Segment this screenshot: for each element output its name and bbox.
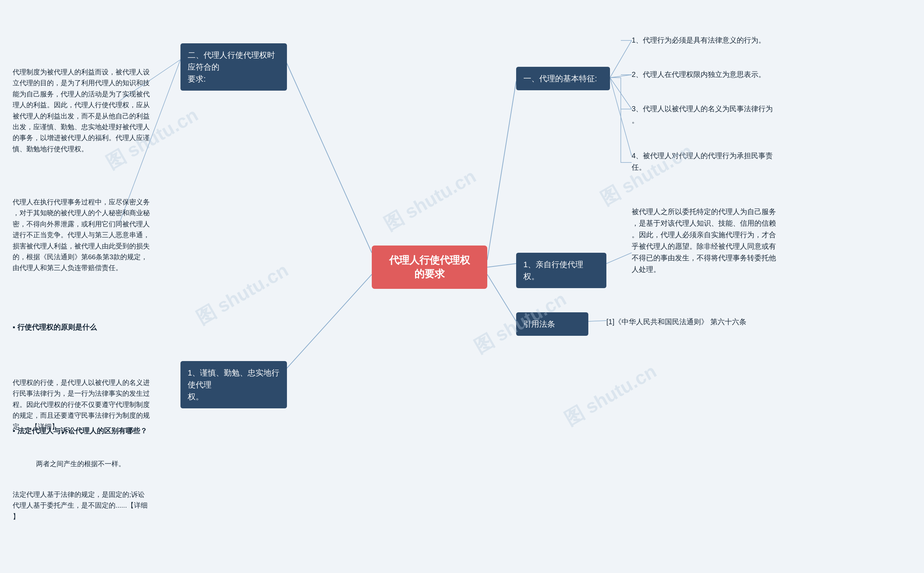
node-basic-features: 一、代理的基本特征: — [516, 67, 610, 90]
watermark-2: 图 shutu.cn — [192, 258, 293, 331]
svg-line-4 — [610, 75, 632, 78]
node-diligent-exercise: 1、谨慎、勤勉、忠实地行使代理 权。 — [180, 361, 287, 409]
node-law-reference-label: 引用法条 — [523, 319, 555, 329]
center-node-label: 代理人行使代理权的要求 — [389, 255, 470, 279]
bullet-item-2: ▪ 法定代理人与诉讼代理人的区别有哪些？ — [13, 426, 147, 436]
watermark-6: 图 shutu.cn — [560, 359, 661, 432]
node-diligent-exercise-label: 1、谨慎、勤勉、忠实地行使代理 权。 — [188, 368, 279, 401]
node-agency-requirements: 二、代理人行使代理权时应符合的 要求: — [180, 43, 287, 91]
node-agency-requirements-label: 二、代理人行使代理权时应符合的 要求: — [188, 50, 275, 83]
svg-line-10 — [285, 274, 372, 370]
svg-line-6 — [610, 78, 632, 156]
watermark-3: 图 shutu.cn — [379, 164, 480, 237]
svg-line-7 — [607, 253, 632, 264]
svg-line-8 — [588, 321, 607, 321]
left-text-3: 代理权的行使，是代理人以被代理人的名义进 行民事法律行为，是一行为法律事实的发生… — [13, 377, 168, 432]
svg-line-1 — [487, 264, 516, 267]
left-text-2: 代理人在执行代理事务过程中，应尽保密义务 ，对于其知晓的被代理人的个人秘密和商业… — [13, 197, 168, 274]
bullet-item-1: ▪ 行使代理权的原则是什么 — [13, 323, 97, 332]
left-text-4: 两者之间产生的根据不一样。 — [36, 459, 180, 470]
svg-line-0 — [487, 81, 516, 260]
center-node: 代理人行使代理权的要求 — [372, 246, 487, 289]
left-text-5: 法定代理人基于法律的规定，是固定的;诉讼 代理人基于委托产生，是不固定的....… — [13, 489, 168, 522]
node-basic-features-label: 一、代理的基本特征: — [523, 74, 597, 83]
svg-line-2 — [487, 274, 516, 321]
left-text-1: 代理制度为被代理人的利益而设，被代理人设 立代理的目的，是为了利用代理人的知识和… — [13, 67, 168, 155]
node-self-exercise-label: 1、亲自行使代理权。 — [523, 260, 583, 281]
right-agent-text: 被代理人之所以委托特定的代理人为自己服务 ，是基于对该代理人知识、技能、信用的信… — [632, 206, 913, 275]
right-item-3: 3、代理人以被代理人的名义为民事法律行为 。 — [632, 103, 902, 126]
right-item-4: 4、被代理人对代理人的代理行为承担民事责 任。 — [632, 150, 902, 173]
node-law-reference: 引用法条 — [516, 312, 588, 336]
svg-line-5 — [610, 78, 632, 109]
right-item-2: 2、代理人在代理权限内独立为意思表示。 — [632, 69, 902, 80]
right-item-1: 1、代理行为必须是具有法律意义的行为。 — [632, 34, 902, 46]
svg-line-3 — [610, 41, 632, 78]
node-self-exercise: 1、亲自行使代理权。 — [516, 253, 607, 288]
svg-line-9 — [285, 59, 372, 253]
law-reference-text: [1]《中华人民共和国民法通则》 第六十六条 — [607, 316, 913, 327]
